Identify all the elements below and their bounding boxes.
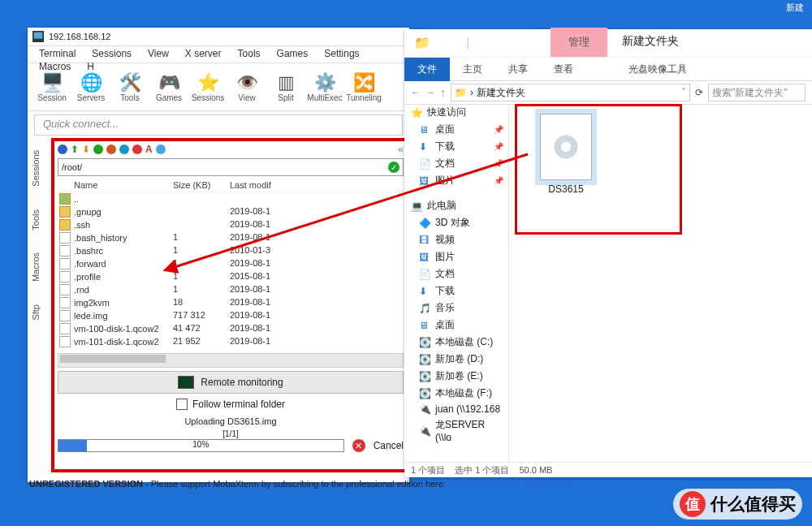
- file-list[interactable]: NameSize (KB)Last modif ...gnupg2019-08-…: [54, 177, 407, 350]
- contextual-tab-manage[interactable]: 管理: [551, 28, 607, 57]
- folder-icon: 📁: [412, 33, 432, 53]
- h-scrollbar[interactable]: [58, 353, 404, 368]
- vtab-sftp[interactable]: Sftp: [28, 293, 44, 332]
- watermark-badge: 值: [680, 491, 706, 517]
- tree-item[interactable]: 💽本地磁盘 (C:): [404, 334, 508, 351]
- address-bar[interactable]: 📁 › 新建文件夹 ˅: [451, 84, 690, 101]
- upload-count: [1/1]: [54, 429, 407, 438]
- folder-icon: 📁: [455, 87, 467, 98]
- tool-tunneling[interactable]: 🔀Tunneling: [344, 72, 383, 102]
- tool-servers[interactable]: 🌐Servers: [71, 72, 110, 102]
- ribbon-view[interactable]: 查看: [541, 63, 586, 76]
- tool-sessions[interactable]: ⭐Sessions: [188, 72, 227, 102]
- cancel-button[interactable]: Cancel: [374, 440, 404, 451]
- tree-item[interactable]: 💽本地磁盘 (F:): [404, 385, 508, 402]
- menu-view[interactable]: View: [140, 46, 177, 59]
- expand-icon[interactable]: «: [398, 144, 404, 155]
- file-label: DS3615: [529, 183, 603, 195]
- app-icon: [32, 31, 44, 42]
- menu-settings[interactable]: Settings: [316, 46, 367, 59]
- tree-item[interactable]: 📄文档: [404, 265, 508, 282]
- menu-tools[interactable]: Tools: [230, 46, 269, 59]
- ribbon-home[interactable]: 主页: [450, 63, 495, 76]
- vtab-tools[interactable]: Tools: [28, 198, 44, 242]
- tree-item[interactable]: 💽新加卷 (E:): [404, 368, 508, 385]
- list-item[interactable]: .gnupg2019-08-1: [59, 205, 402, 218]
- menu-h[interactable]: H: [79, 59, 102, 72]
- vtab-macros[interactable]: Macros: [28, 241, 44, 293]
- tree-item[interactable]: ⬇下载📌: [404, 138, 508, 155]
- tree-item[interactable]: 🔌juan (\\192.168: [404, 402, 508, 416]
- tree-item[interactable]: 🖼图片📌: [404, 172, 508, 189]
- upload-label: Uploading DS3615.img: [54, 416, 407, 426]
- tool-split[interactable]: ▥Split: [266, 72, 305, 102]
- list-item[interactable]: lede.img717 3122019-08-1: [59, 309, 402, 322]
- menu-terminal[interactable]: Terminal: [31, 46, 84, 59]
- list-item[interactable]: ..: [59, 192, 402, 205]
- tool-games[interactable]: 🎮Games: [149, 72, 188, 102]
- tool-multiexec[interactable]: ⚙️MultiExec: [305, 72, 344, 102]
- up-button[interactable]: ↑: [440, 86, 446, 99]
- moba-link[interactable]: https://mobaxterm.mobatek.net: [448, 479, 572, 489]
- tree-item[interactable]: 💽新加卷 (D:): [404, 351, 508, 368]
- vtab-sessions[interactable]: Sessions: [28, 139, 44, 198]
- tree-item[interactable]: 🎵音乐: [404, 300, 508, 317]
- checkbox-icon[interactable]: [176, 399, 188, 410]
- list-item[interactable]: vm-100-disk-1.qcow241 4722019-08-1: [59, 322, 402, 335]
- menu-x server[interactable]: X server: [177, 46, 230, 59]
- menu-bar[interactable]: TerminalSessionsViewX serverToolsGamesSe…: [28, 45, 409, 63]
- follow-terminal-checkbox[interactable]: Follow terminal folder: [54, 395, 407, 413]
- side-tabs[interactable]: SessionsToolsMacrosSftp: [28, 139, 53, 472]
- list-item[interactable]: img2kvm182019-08-1: [59, 296, 402, 309]
- tree-item[interactable]: 🖼图片: [404, 248, 508, 265]
- window-title: 新建文件夹: [607, 28, 693, 57]
- tree-item[interactable]: ⭐快速访问: [404, 104, 508, 121]
- explorer-window: 管理 新建文件夹 📁 | 文件 主页 共享 查看 光盘映像工具 ← → ↑ 📁 …: [404, 29, 812, 477]
- tool-view[interactable]: 👁️View: [227, 72, 266, 102]
- ribbon-share[interactable]: 共享: [495, 63, 541, 76]
- search-input[interactable]: 搜索"新建文件夹": [708, 84, 806, 101]
- sftp-toolbar[interactable]: ⬆⬇ A «: [54, 141, 407, 157]
- quick-connect-input[interactable]: Quick connect...: [34, 114, 403, 136]
- forward-button[interactable]: →: [425, 87, 435, 98]
- ribbon-disc-tools[interactable]: 光盘映像工具: [619, 63, 697, 76]
- nav-sep: |: [458, 33, 477, 53]
- menu-macros[interactable]: Macros: [31, 59, 79, 72]
- path-input[interactable]: /root/✓: [58, 158, 404, 176]
- tree-item[interactable]: 🖥桌面📌: [404, 121, 508, 138]
- dropdown-icon[interactable]: [435, 33, 455, 53]
- nav-tree[interactable]: ⭐快速访问🖥桌面📌⬇下载📌📄文档📌🖼图片📌💻此电脑🔷3D 对象🎞视频🖼图片📄文档…: [404, 104, 509, 463]
- refresh-button[interactable]: ⟳: [695, 87, 703, 98]
- back-button[interactable]: ←: [411, 87, 421, 98]
- tree-item[interactable]: 🎞视频: [404, 231, 508, 248]
- monitor-icon: [178, 376, 194, 389]
- address-bar-row: ← → ↑ 📁 › 新建文件夹 ˅ ⟳ 搜索"新建文件夹": [404, 81, 812, 105]
- tool-tools[interactable]: 🛠️Tools: [110, 72, 149, 102]
- list-item[interactable]: .rnd12019-08-1: [59, 283, 402, 296]
- explorer-title-tabs: 管理 新建文件夹: [551, 28, 812, 57]
- list-item[interactable]: vm-101-disk-1.qcow221 9522019-08-1: [59, 335, 402, 348]
- tree-item[interactable]: 📄文档📌: [404, 155, 508, 172]
- list-item[interactable]: .forward12019-08-1: [59, 257, 402, 270]
- explorer-ribbon[interactable]: 文件 主页 共享 查看 光盘映像工具: [404, 58, 812, 81]
- mobaxterm-window: 192.168.168.12 TerminalSessionsViewX ser…: [28, 28, 409, 482]
- tree-item[interactable]: 🔷3D 对象: [404, 214, 508, 231]
- list-item[interactable]: .bash_history12019-08-1: [59, 231, 402, 244]
- cancel-icon[interactable]: ✕: [352, 439, 365, 452]
- tool-session[interactable]: 🖥️Session: [32, 72, 71, 102]
- tree-item[interactable]: ⬇下载: [404, 282, 508, 300]
- tree-item[interactable]: 🖥桌面: [404, 317, 508, 334]
- menu-games[interactable]: Games: [269, 46, 317, 59]
- remote-monitoring-button[interactable]: Remote monitoring: [58, 371, 404, 394]
- ribbon-file[interactable]: 文件: [404, 58, 450, 81]
- list-item[interactable]: .ssh2019-08-1: [59, 218, 402, 231]
- menu-sessions[interactable]: Sessions: [84, 46, 140, 59]
- list-item[interactable]: .profile12015-08-1: [59, 270, 402, 283]
- file-item-ds3615[interactable]: DS3615: [529, 114, 603, 195]
- tree-item[interactable]: 🔌龙SERVER (\\lo: [404, 416, 508, 445]
- list-item[interactable]: .bashrc12010-01-3: [59, 244, 402, 257]
- file-view[interactable]: DS3615: [509, 104, 812, 463]
- tree-item[interactable]: 💻此电脑: [404, 197, 508, 214]
- titlebar: 192.168.168.12: [28, 28, 409, 45]
- status-bar: 1 个项目 选中 1 个项目 50.0 MB: [404, 462, 812, 477]
